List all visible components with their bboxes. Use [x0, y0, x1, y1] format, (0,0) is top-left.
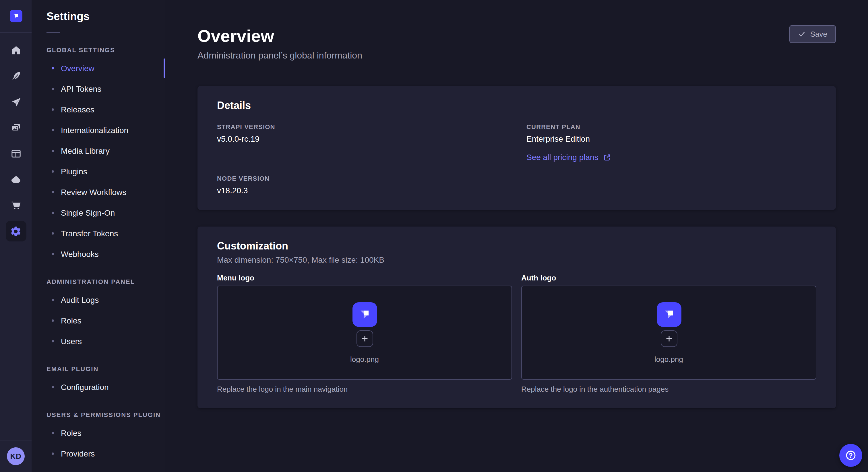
cloud-icon[interactable]	[5, 169, 26, 190]
auth-logo-add-button[interactable]	[660, 330, 677, 347]
bullet-icon	[52, 386, 54, 388]
logo-upload-grid: Menu logo logo.png	[217, 274, 816, 394]
bullet-icon	[52, 232, 54, 235]
sidebar-item-overview[interactable]: Overview	[32, 58, 165, 78]
media-library-pictures-icon[interactable]	[5, 117, 26, 138]
bullet-icon	[52, 191, 54, 193]
page-subtitle: Administration panel’s global informatio…	[197, 50, 836, 61]
strapi-mark-icon	[357, 307, 372, 322]
nav-section: USERS & PERMISSIONS PLUGINRolesProviders	[32, 411, 165, 464]
strapi-mark-icon	[661, 307, 677, 322]
subnav-title: Settings	[32, 0, 165, 23]
bullet-icon	[52, 253, 54, 255]
sidebar-item-label: Transfer Tokens	[61, 229, 118, 238]
help-question-icon	[844, 449, 857, 462]
strapi-version-label: STRAPI VERSION	[217, 123, 507, 130]
sidebar-item-internationalization[interactable]: Internationalization	[32, 120, 165, 140]
sidebar-item-label: Roles	[61, 429, 82, 438]
strapi-mark-icon	[11, 12, 20, 20]
nav-section-title: USERS & PERMISSIONS PLUGIN	[32, 411, 165, 418]
check-icon	[798, 30, 806, 38]
nav-section: GLOBAL SETTINGSOverviewAPI TokensRelease…	[32, 46, 165, 264]
main-nav-rail: KD	[0, 0, 32, 472]
bullet-icon	[52, 452, 54, 455]
menu-logo-field: Menu logo logo.png	[217, 274, 512, 394]
sidebar-item-roles[interactable]: Roles	[32, 310, 165, 331]
save-button-label: Save	[810, 30, 827, 38]
sidebar-item-plugins[interactable]: Plugins	[32, 161, 165, 182]
nav-section-title: ADMINISTRATION PANEL	[32, 278, 165, 285]
auth-logo-field: Auth logo logo.png	[521, 274, 816, 394]
nav-section: ADMINISTRATION PANELAudit LogsRolesUsers	[32, 278, 165, 351]
strapi-version-value: v5.0.0-rc.19	[217, 134, 507, 143]
sidebar-item-label: Single Sign-On	[61, 208, 115, 217]
current-plan-label: CURRENT PLAN	[526, 123, 816, 130]
menu-logo-filename: logo.png	[350, 355, 379, 363]
bullet-icon	[52, 88, 54, 90]
sidebar-item-single-sign-on[interactable]: Single Sign-On	[32, 202, 165, 223]
sidebar-item-audit-logs[interactable]: Audit Logs	[32, 290, 165, 310]
menu-logo-add-button[interactable]	[356, 330, 373, 347]
bullet-icon	[52, 108, 54, 111]
bullet-icon	[52, 299, 54, 301]
content-type-builder-layout-icon[interactable]	[5, 143, 26, 164]
sidebar-item-roles[interactable]: Roles	[32, 423, 165, 443]
save-button[interactable]: Save	[789, 25, 836, 43]
bullet-icon	[52, 212, 54, 214]
sidebar-item-label: Media Library	[61, 146, 110, 156]
sidebar-item-transfer-tokens[interactable]: Transfer Tokens	[32, 223, 165, 244]
bullet-icon	[52, 432, 54, 434]
sidebar-item-webhooks[interactable]: Webhooks	[32, 244, 165, 264]
sidebar-item-configuration[interactable]: Configuration	[32, 377, 165, 398]
marketplace-cart-icon[interactable]	[5, 195, 26, 216]
customization-card: Customization Max dimension: 750×750, Ma…	[197, 227, 836, 408]
sidebar-item-label: Providers	[61, 449, 95, 458]
rail-icon-list	[5, 33, 26, 247]
nav-section-title: EMAIL PLUGIN	[32, 365, 165, 372]
bullet-icon	[52, 340, 54, 342]
plus-icon	[360, 334, 369, 343]
user-avatar[interactable]: KD	[7, 447, 25, 465]
workspace-logo-container	[0, 0, 32, 33]
active-indicator	[164, 59, 165, 78]
sidebar-item-review-workflows[interactable]: Review Workflows	[32, 182, 165, 202]
help-button[interactable]	[839, 444, 862, 467]
pricing-plans-link[interactable]: See all pricing plans	[526, 153, 611, 162]
home-icon[interactable]	[5, 40, 26, 61]
deploy-paper-plane-icon[interactable]	[5, 92, 26, 112]
auth-logo-hint: Replace the logo in the authentication p…	[521, 385, 816, 394]
sidebar-item-providers[interactable]: Providers	[32, 443, 165, 464]
sidebar-item-label: Users	[61, 337, 82, 346]
bullet-icon	[52, 129, 54, 131]
menu-logo-upload-box[interactable]: logo.png	[217, 285, 512, 380]
sidebar-item-label: Roles	[61, 316, 82, 325]
settings-gear-icon[interactable]	[5, 221, 26, 241]
sidebar-item-label: Webhooks	[61, 249, 99, 259]
pricing-plans-link-label: See all pricing plans	[526, 153, 598, 162]
sidebar-item-api-tokens[interactable]: API Tokens	[32, 78, 165, 99]
current-plan-value: Enterprise Edition	[526, 134, 816, 143]
menu-logo-preview	[352, 302, 377, 327]
sidebar-item-label: Releases	[61, 105, 94, 114]
bullet-icon	[52, 319, 54, 322]
bullet-icon	[52, 67, 54, 69]
sidebar-item-media-library[interactable]: Media Library	[32, 140, 165, 161]
settings-nav-sections: GLOBAL SETTINGSOverviewAPI TokensRelease…	[32, 46, 165, 464]
plus-icon	[664, 334, 673, 343]
menu-logo-hint: Replace the logo in the main navigation	[217, 385, 512, 394]
details-card: Details STRAPI VERSION v5.0.0-rc.19 CURR…	[197, 86, 836, 210]
rail-footer: KD	[0, 440, 32, 472]
auth-logo-preview	[656, 302, 681, 327]
sidebar-item-releases[interactable]: Releases	[32, 99, 165, 120]
page-title: Overview	[197, 26, 836, 45]
sidebar-item-users[interactable]: Users	[32, 331, 165, 351]
sidebar-item-label: Overview	[61, 64, 94, 73]
menu-logo-label: Menu logo	[217, 274, 512, 282]
strapi-logo-icon[interactable]	[9, 10, 22, 22]
content-manager-feather-icon[interactable]	[5, 66, 26, 87]
nav-section-title: GLOBAL SETTINGS	[32, 46, 165, 53]
sidebar-item-label: Plugins	[61, 167, 87, 176]
auth-logo-upload-box[interactable]: logo.png	[521, 285, 816, 380]
settings-subnav: Settings GLOBAL SETTINGSOverviewAPI Toke…	[32, 0, 165, 472]
sidebar-item-label: Internationalization	[61, 126, 128, 135]
